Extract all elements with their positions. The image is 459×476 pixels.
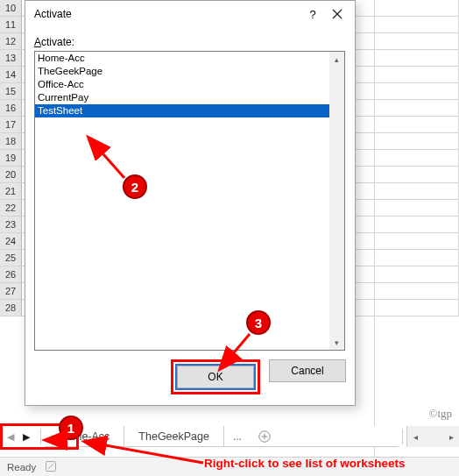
sheet-nav-buttons[interactable]: ◀ ▶ <box>0 426 37 447</box>
close-icon <box>332 9 342 19</box>
row-header[interactable]: 16 <box>0 100 22 117</box>
separator <box>402 429 403 444</box>
ok-button[interactable]: OK <box>177 366 254 388</box>
separator <box>40 429 41 444</box>
sheet-tab[interactable]: TheGeekPage <box>124 426 224 446</box>
svg-line-6 <box>48 464 53 469</box>
nav-next-icon[interactable]: ▶ <box>23 431 30 443</box>
row-header[interactable]: 11 <box>0 17 22 33</box>
row-header[interactable]: 21 <box>0 183 22 200</box>
listbox-item[interactable]: Office-Acc <box>35 78 329 91</box>
activate-label: Activate: <box>34 36 346 48</box>
annotation-badge-1: 1 <box>59 416 83 440</box>
listbox-scrollbar[interactable]: ▴ ▾ <box>329 52 344 350</box>
new-sheet-button[interactable] <box>251 426 279 446</box>
watermark: ©tgp <box>429 407 453 421</box>
close-button[interactable] <box>325 4 350 25</box>
column-divider <box>374 0 375 476</box>
row-header[interactable]: 24 <box>0 233 22 250</box>
row-header[interactable]: 20 <box>0 167 22 183</box>
listbox-item[interactable]: Home-Acc <box>35 52 329 65</box>
accessibility-icon[interactable] <box>45 460 57 474</box>
dialog-titlebar: Activate ? <box>25 1 355 27</box>
cancel-button[interactable]: Cancel <box>269 359 346 382</box>
listbox-item[interactable]: CurrentPay <box>35 91 329 104</box>
annotation-ok-highlight: OK <box>171 359 260 394</box>
row-header[interactable]: 28 <box>0 300 22 316</box>
status-ready: Ready <box>7 462 36 472</box>
sheet-tab[interactable]: Home-Acc <box>45 426 124 446</box>
annotation-badge-3: 3 <box>246 310 271 335</box>
horizontal-scrollbar[interactable]: ◂ ▸ <box>406 426 459 447</box>
scroll-right-icon[interactable]: ▸ <box>443 432 459 442</box>
scroll-up-icon[interactable]: ▴ <box>329 52 344 67</box>
activate-dialog: Activate ? Activate: Home-AccTheGeekPage… <box>25 0 356 406</box>
row-header[interactable]: 25 <box>0 250 22 266</box>
help-button[interactable]: ? <box>300 4 325 25</box>
listbox-item[interactable]: TestSheet <box>35 104 329 117</box>
row-header[interactable]: 14 <box>0 67 22 83</box>
row-header[interactable]: 19 <box>0 150 22 167</box>
row-header[interactable]: 27 <box>0 283 22 300</box>
row-header[interactable]: 15 <box>0 83 22 100</box>
row-header[interactable]: 13 <box>0 50 22 67</box>
scroll-down-icon[interactable]: ▾ <box>329 335 344 350</box>
listbox-item[interactable]: TheGeekPage <box>35 65 329 78</box>
sheet-tabs-overflow[interactable]: ... <box>224 426 251 446</box>
row-header[interactable]: 26 <box>0 266 22 283</box>
annotation-tip-text: Right-click to see list of worksheets <box>204 457 406 470</box>
dialog-title: Activate <box>34 8 300 20</box>
row-header[interactable]: 22 <box>0 200 22 217</box>
annotation-badge-2: 2 <box>123 174 147 199</box>
worksheet-listbox[interactable]: Home-AccTheGeekPageOffice-AccCurrentPayT… <box>34 51 345 351</box>
row-header[interactable]: 17 <box>0 117 22 133</box>
plus-circle-icon <box>258 430 272 444</box>
row-header[interactable]: 10 <box>0 0 22 17</box>
scroll-left-icon[interactable]: ◂ <box>407 432 423 442</box>
row-header[interactable]: 18 <box>0 133 22 150</box>
row-header[interactable]: 23 <box>0 217 22 233</box>
nav-prev-icon[interactable]: ◀ <box>7 431 14 443</box>
row-header[interactable]: 12 <box>0 33 22 50</box>
